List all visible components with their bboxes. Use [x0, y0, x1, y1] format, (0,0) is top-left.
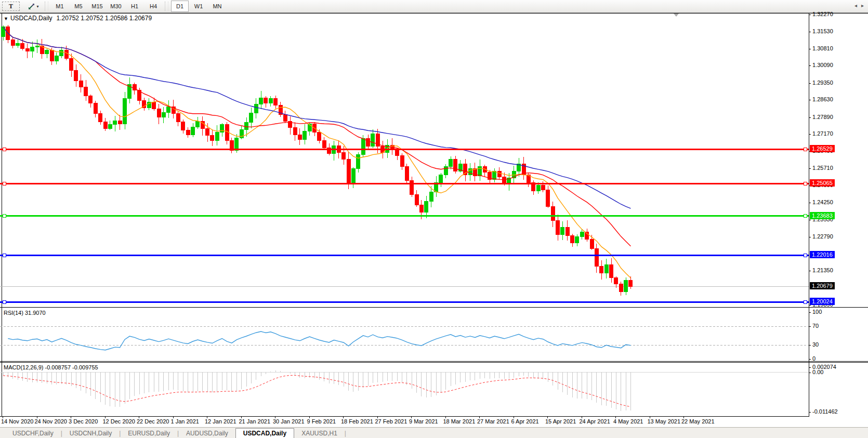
text-label-tool-button[interactable]: T	[2, 2, 20, 11]
price-tick-label: 1.22790	[812, 233, 833, 240]
candle-body	[50, 50, 54, 61]
timeframe-button-d1[interactable]: D1	[171, 1, 189, 12]
macd-pane[interactable]	[0, 363, 809, 416]
line-anchor-icon	[804, 254, 807, 257]
line-anchor-icon	[3, 215, 6, 218]
line-anchor-icon	[804, 182, 807, 185]
slow-ma-line	[3, 27, 630, 208]
tab-eurusd[interactable]: EURUSD,Daily	[121, 429, 177, 438]
timeframe-button-m15[interactable]: M15	[88, 1, 106, 12]
candle-body	[79, 81, 83, 87]
candle-body	[604, 265, 608, 273]
candle-body	[371, 134, 375, 147]
price-tick-label: 1.28630	[812, 96, 833, 102]
candle-body	[70, 58, 73, 70]
tab-audusd[interactable]: AUDUSD,Daily	[179, 429, 235, 438]
candle-body	[274, 98, 278, 105]
scroll-right-icon[interactable]: ▸	[861, 3, 864, 8]
date-tick-label: 14 Nov 2020	[1, 418, 33, 424]
candle-body	[546, 190, 550, 206]
date-tick-label: 22 Dec 2020	[137, 418, 169, 424]
candle-body	[74, 70, 78, 81]
candle-body	[259, 98, 263, 104]
candle-body	[21, 43, 24, 48]
date-tick-label: 18 Mar 2021	[443, 418, 476, 424]
timeframe-button-m30[interactable]: M30	[107, 1, 125, 12]
rsi-tick-label: 100	[812, 309, 822, 315]
candle-body	[215, 132, 219, 140]
tab-usdcnh[interactable]: USDCNH,Daily	[62, 429, 119, 438]
timeframe-button-m5[interactable]: M5	[70, 1, 87, 12]
candle-body	[206, 129, 209, 136]
timeframe-button-h1[interactable]: H1	[126, 1, 143, 12]
toolbar-separator	[45, 2, 48, 11]
candle-body	[196, 122, 200, 127]
candle-body	[410, 180, 414, 194]
collapse-triangle-icon[interactable]: ▼	[4, 16, 8, 21]
timeframe-button-mn[interactable]: MN	[208, 1, 226, 12]
candle-body	[551, 206, 555, 220]
candle-body	[176, 114, 180, 122]
level-price-label: 1.26529	[810, 145, 835, 152]
macd-tick-mark	[809, 373, 811, 373]
price-tick-label: 1.31530	[812, 28, 833, 34]
rsi-tick-mark	[809, 312, 811, 313]
price-tick-label: 1.29350	[812, 79, 833, 86]
candle-body	[11, 39, 15, 45]
level-price-label: 1.23683	[810, 212, 835, 219]
chart-ohlc-values: 1.20752 1.20752 1.20586 1.20679	[57, 15, 152, 22]
candle-body	[225, 125, 229, 141]
terminal-window: T ▾ M1M5M15M30H1H4D1W1MN ▼USDCAD,Daily1.…	[0, 0, 868, 438]
rsi-tick-mark	[809, 345, 811, 346]
date-tick-label: 21 Jan 2021	[239, 418, 271, 424]
price-axis[interactable]: 1.322701.315301.308101.300901.293501.286…	[809, 0, 868, 438]
candle-body	[25, 49, 29, 51]
candle-body	[211, 136, 214, 141]
price-tick-mark	[809, 271, 811, 271]
date-tick-label: 27 Feb 2021	[375, 418, 407, 424]
candle-body	[478, 166, 482, 176]
price-tick-mark	[809, 237, 811, 237]
medium-ma-line	[3, 27, 630, 246]
date-tick-label: 9 Feb 2021	[307, 418, 336, 424]
price-tick-label: 1.25710	[812, 165, 833, 171]
candle-body	[610, 265, 613, 278]
date-tick-label: 24 Nov 2020	[35, 418, 67, 424]
macd-tick-label: -0.011462	[812, 408, 838, 415]
line-anchor-icon	[804, 300, 807, 303]
candle-body	[561, 228, 564, 235]
candle-body	[614, 278, 618, 284]
rsi-pane[interactable]	[0, 308, 809, 362]
tab-usdcad[interactable]: USDCAD,Daily	[235, 428, 294, 438]
tab-usdchf[interactable]: USDCHF,Daily	[5, 429, 61, 438]
rsi-tick-mark	[809, 326, 811, 327]
candle-body	[556, 220, 560, 234]
tab-xauusd[interactable]: XAUUSD,H1	[294, 429, 345, 438]
price-tick-label: 1.30810	[812, 45, 833, 51]
price-tick-mark	[809, 49, 811, 49]
chevron-down-icon[interactable]: ▾	[36, 4, 38, 9]
timeframe-button-w1[interactable]: W1	[190, 1, 207, 12]
candle-body	[624, 280, 628, 292]
macd-signal-line	[3, 375, 630, 407]
line-anchor-icon	[3, 254, 6, 257]
price-tick-mark	[809, 203, 811, 203]
current-price-label: 1.20679	[810, 282, 835, 289]
candle-body	[157, 109, 161, 117]
timeframe-button-h4[interactable]: H4	[144, 1, 162, 12]
price-tick-label: 1.21350	[812, 267, 833, 273]
candle-body	[249, 113, 253, 122]
price-tick-mark	[809, 168, 811, 169]
main-price-pane[interactable]	[0, 13, 809, 307]
candle-body	[31, 47, 34, 51]
fast-ma-line	[3, 27, 630, 278]
rsi-tick-label: 70	[812, 323, 819, 329]
candle-body	[405, 166, 409, 180]
candle-body	[619, 284, 623, 292]
candle-body	[60, 50, 63, 56]
scroll-left-icon[interactable]: ◂	[854, 3, 857, 8]
date-tick-label: 13 May 2021	[648, 418, 681, 424]
timeframe-button-group: M1M5M15M30H1H4D1W1MN	[50, 1, 227, 12]
timeframe-button-m1[interactable]: M1	[51, 1, 69, 12]
arrows-tool-button[interactable]: ▾	[24, 1, 42, 12]
